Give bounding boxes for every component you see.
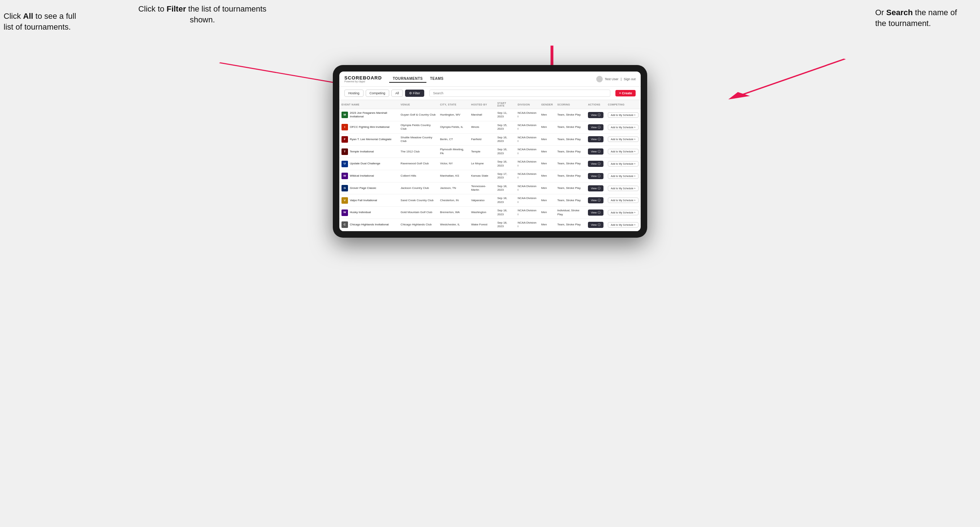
col-scoring: SCORING — [555, 100, 586, 109]
add-to-schedule-button[interactable]: Add to My Schedule + — [608, 125, 638, 130]
cell-gender: Men — [539, 182, 555, 194]
cell-start-date: Sep 15, 2023 — [495, 121, 515, 133]
logo-subtitle: Powered by clippd — [344, 80, 382, 83]
col-city-state: CITY, STATE — [438, 100, 469, 109]
filter-bar: Hosting Competing All ⚙ Filter + Create — [339, 87, 641, 100]
user-avatar — [596, 76, 603, 83]
cell-event-name: I OFCC Fighting Illini Invitational — [339, 121, 399, 133]
view-button[interactable]: View ⓘ — [588, 222, 603, 228]
add-to-schedule-button[interactable]: Add to My Schedule + — [608, 137, 638, 142]
team-logo: M — [342, 112, 348, 118]
tournaments-table: EVENT NAME VENUE CITY, STATE HOSTED BY S… — [339, 100, 641, 231]
add-to-schedule-button[interactable]: Add to My Schedule + — [608, 222, 638, 227]
col-event-name: EVENT NAME — [339, 100, 399, 109]
view-button[interactable]: View ⓘ — [588, 136, 603, 142]
cell-city-state: Victor, NY — [438, 158, 469, 170]
table-row: V Valpo Fall Invitational Sand Creek Cou… — [339, 194, 641, 206]
cell-hosted-by: Fairfield — [469, 133, 495, 146]
cell-actions: View ⓘ — [586, 194, 606, 206]
cell-start-date: Sep 17, 2023 — [495, 170, 515, 182]
cell-scoring: Team, Stroke Play — [555, 121, 586, 133]
cell-venue: Jackson Country Club — [399, 182, 438, 194]
view-button[interactable]: View ⓘ — [588, 173, 603, 179]
team-logo: G — [342, 185, 348, 191]
logo-area: SCOREBOARD Powered by clippd — [344, 76, 382, 83]
view-button[interactable]: View ⓘ — [588, 161, 603, 167]
cell-event-name: W Husky Individual — [339, 206, 399, 219]
table-row: W Husky Individual Gold Mountain Golf Cl… — [339, 206, 641, 219]
cell-venue: Guyan Golf & Country Club — [399, 109, 438, 121]
search-input[interactable] — [429, 90, 611, 97]
view-button[interactable]: View ⓘ — [588, 148, 603, 155]
view-button[interactable]: View ⓘ — [588, 124, 603, 130]
nav-tab-tournaments[interactable]: TOURNAMENTS — [389, 75, 426, 83]
table-row: M 2023 Joe Feaganes Marshall Invitationa… — [339, 109, 641, 121]
cell-event-name: C Chicago Highlands Invitational — [339, 219, 399, 231]
add-to-schedule-button[interactable]: Add to My Schedule + — [608, 198, 638, 203]
cell-hosted-by: Kansas State — [469, 170, 495, 182]
cell-city-state: Huntington, WV — [438, 109, 469, 121]
add-to-schedule-button[interactable]: Add to My Schedule + — [608, 149, 638, 154]
cell-city-state: Plymouth Meeting, PA — [438, 146, 469, 158]
add-to-schedule-button[interactable]: Add to My Schedule + — [608, 112, 638, 118]
competing-button[interactable]: Competing — [366, 90, 390, 97]
view-button[interactable]: View ⓘ — [588, 185, 603, 191]
view-button[interactable]: View ⓘ — [588, 197, 603, 203]
event-name-text: Temple Invitational — [350, 150, 374, 154]
nav-tab-teams[interactable]: TEAMS — [426, 75, 447, 83]
cell-actions: View ⓘ — [586, 133, 606, 146]
table-header: EVENT NAME VENUE CITY, STATE HOSTED BY S… — [339, 100, 641, 109]
add-to-schedule-button[interactable]: Add to My Schedule + — [608, 161, 638, 167]
team-logo: I — [342, 124, 348, 130]
add-to-schedule-button[interactable]: Add to My Schedule + — [608, 210, 638, 215]
cell-scoring: Team, Stroke Play — [555, 182, 586, 194]
team-logo: T — [342, 148, 348, 155]
cell-scoring: Individual, Stroke Play — [555, 206, 586, 219]
main-nav: TOURNAMENTS TEAMS — [389, 75, 447, 83]
view-button[interactable]: View ⓘ — [588, 112, 603, 118]
cell-hosted-by: Le Moyne — [469, 158, 495, 170]
cell-actions: View ⓘ — [586, 146, 606, 158]
table-row: U Upstate Dual Challenge Ravenwood Golf … — [339, 158, 641, 170]
cell-actions: View ⓘ — [586, 219, 606, 231]
cell-event-name: F Ryan T. Lee Memorial Collegiate — [339, 133, 399, 146]
cell-division: NCAA Division I — [515, 170, 539, 182]
cell-gender: Men — [539, 194, 555, 206]
event-name-text: OFCC Fighting Illini Invitational — [350, 125, 390, 129]
cell-division: NCAA Division I — [515, 146, 539, 158]
cell-hosted-by: Illinois — [469, 121, 495, 133]
cell-gender: Men — [539, 121, 555, 133]
sign-out-link[interactable]: Sign out — [624, 77, 636, 81]
cell-hosted-by: Temple — [469, 146, 495, 158]
create-button[interactable]: + Create — [616, 90, 636, 97]
col-gender: GENDER — [539, 100, 555, 109]
hosting-button[interactable]: Hosting — [344, 90, 364, 97]
cell-scoring: Team, Stroke Play — [555, 146, 586, 158]
cell-start-date: Sep 11, 2023 — [495, 109, 515, 121]
add-to-schedule-button[interactable]: Add to My Schedule + — [608, 173, 638, 179]
cell-competing: Add to My Schedule + — [606, 206, 641, 219]
event-name-text: Wildcat Invitational — [350, 174, 374, 178]
view-button[interactable]: View ⓘ — [588, 210, 603, 216]
cell-event-name: G Grover Page Classic — [339, 182, 399, 194]
add-to-schedule-button[interactable]: Add to My Schedule + — [608, 186, 638, 191]
all-button[interactable]: All — [391, 90, 403, 97]
cell-division: NCAA Division I — [515, 109, 539, 121]
cell-hosted-by: Marshall — [469, 109, 495, 121]
cell-gender: Men — [539, 219, 555, 231]
cell-actions: View ⓘ — [586, 109, 606, 121]
user-name: Test User — [605, 77, 619, 81]
table-row: G Grover Page Classic Jackson Country Cl… — [339, 182, 641, 194]
cell-city-state: Bremerton, WA — [438, 206, 469, 219]
cell-start-date: Sep 18, 2023 — [495, 219, 515, 231]
tournaments-table-container: EVENT NAME VENUE CITY, STATE HOSTED BY S… — [339, 100, 641, 231]
cell-city-state: Jackson, TN — [438, 182, 469, 194]
filter-button[interactable]: ⚙ Filter — [405, 90, 424, 97]
cell-competing: Add to My Schedule + — [606, 133, 641, 146]
cell-division: NCAA Division I — [515, 133, 539, 146]
cell-venue: Chicago Highlands Club — [399, 219, 438, 231]
annotation-topcenter: Click to Filter the list of tournaments … — [137, 3, 267, 25]
cell-venue: Ravenwood Golf Club — [399, 158, 438, 170]
cell-city-state: Chesterton, IN — [438, 194, 469, 206]
table-row: I OFCC Fighting Illini Invitational Olym… — [339, 121, 641, 133]
